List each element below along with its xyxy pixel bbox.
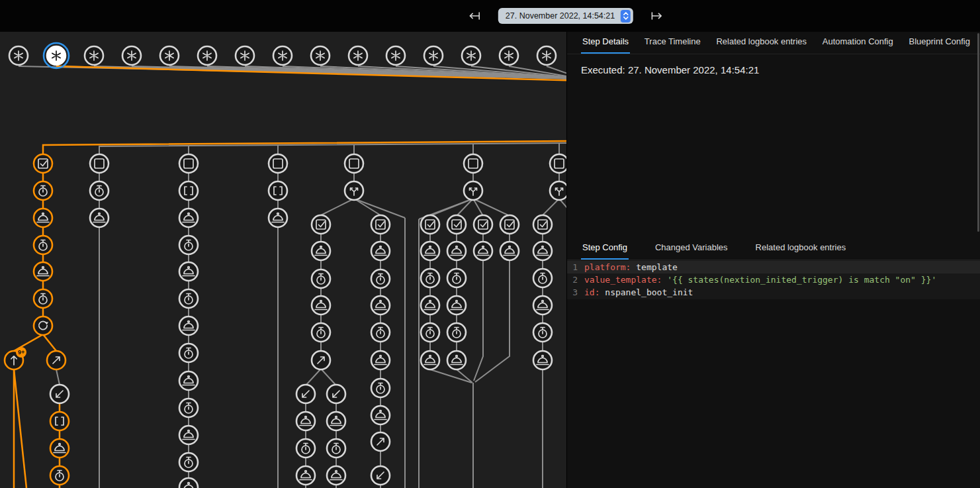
trace-node-arrow-up-right[interactable] xyxy=(47,351,66,369)
trace-node-bell[interactable] xyxy=(421,296,439,315)
trace-node-checkbox-blank[interactable] xyxy=(179,154,198,173)
trace-node-asterisk[interactable] xyxy=(9,46,28,65)
trace-node-bell[interactable] xyxy=(296,466,315,485)
trace-node-asterisk[interactable] xyxy=(500,46,518,65)
trace-node-bell[interactable] xyxy=(371,242,390,260)
trace-node-timer[interactable] xyxy=(447,269,466,287)
trace-node-timer[interactable] xyxy=(421,323,439,342)
trace-node-timer[interactable] xyxy=(179,344,198,362)
trace-node-asterisk[interactable] xyxy=(198,46,216,65)
next-run-button[interactable] xyxy=(648,7,665,24)
trace-node-timer[interactable] xyxy=(34,181,52,200)
trace-node-bell[interactable] xyxy=(533,351,552,369)
trace-node-timer[interactable] xyxy=(179,399,198,417)
trace-node-bell[interactable] xyxy=(447,296,466,315)
trace-node-bell[interactable] xyxy=(327,412,345,430)
tab-blueprint-config[interactable]: Blueprint Config xyxy=(907,36,971,54)
trace-node-bell[interactable] xyxy=(371,296,390,315)
trace-node-timer[interactable] xyxy=(312,323,330,342)
trace-node-checkbox-checked[interactable] xyxy=(421,215,439,234)
trace-node-bell[interactable] xyxy=(371,406,390,424)
trace-node-checkbox-checked[interactable] xyxy=(34,154,52,173)
trace-node-bell[interactable] xyxy=(500,242,519,260)
trace-node-bell[interactable] xyxy=(421,242,439,260)
trace-node-checkbox-checked[interactable] xyxy=(371,215,390,234)
trace-node-timer[interactable] xyxy=(179,289,198,308)
trace-node-bell[interactable] xyxy=(533,242,552,260)
trace-node-asterisk[interactable] xyxy=(386,46,405,65)
trace-node-bell[interactable] xyxy=(90,209,109,227)
trace-node-timer[interactable] xyxy=(179,453,198,471)
trace-node-split[interactable] xyxy=(550,181,566,200)
trace-node-bell[interactable] xyxy=(296,412,315,430)
tab-related-logbook-entries[interactable]: Related logbook entries xyxy=(715,36,808,54)
trace-node-arrow-down-left[interactable] xyxy=(371,466,390,485)
trace-node-asterisk[interactable] xyxy=(236,46,254,65)
trace-node-repeat[interactable] xyxy=(34,317,52,335)
tab-related-logbook-entries[interactable]: Related logbook entries xyxy=(754,242,848,260)
trace-node-split[interactable] xyxy=(345,181,363,200)
trace-node-bell[interactable] xyxy=(34,262,52,281)
trace-node-timer[interactable] xyxy=(371,323,390,342)
tab-changed-variables[interactable]: Changed Variables xyxy=(654,242,729,260)
trace-node-checkbox-checked[interactable] xyxy=(312,215,330,234)
trace-node-asterisk[interactable] xyxy=(160,46,179,65)
trace-node-asterisk[interactable] xyxy=(85,46,103,65)
trace-node-bell[interactable] xyxy=(179,209,198,227)
trace-node-checkbox-blank[interactable] xyxy=(464,154,482,173)
code-editor[interactable]: 1platform: template2value_template: '{{ … xyxy=(567,260,980,299)
trace-node-timer[interactable] xyxy=(90,181,109,200)
tab-step-details[interactable]: Step Details xyxy=(581,36,630,54)
trace-node-asterisk[interactable] xyxy=(311,46,330,65)
trace-node-checkbox-checked[interactable] xyxy=(474,215,492,234)
trace-node-bell[interactable] xyxy=(34,209,52,227)
tab-trace-timeline[interactable]: Trace Timeline xyxy=(643,36,702,54)
trace-node-timer[interactable] xyxy=(327,439,345,458)
trace-node-timer[interactable] xyxy=(312,269,330,288)
trace-node-arrow-up-right[interactable] xyxy=(371,432,390,451)
trace-node-bell[interactable] xyxy=(179,262,198,281)
trace-node-arrow-down-left[interactable] xyxy=(50,385,69,403)
trace-node-checkbox-blank[interactable] xyxy=(90,154,109,173)
trace-node-asterisk[interactable] xyxy=(424,46,443,65)
trace-node-bell[interactable] xyxy=(533,296,552,315)
trace-node-timer[interactable] xyxy=(371,269,390,288)
trace-node-bell[interactable] xyxy=(421,351,439,369)
trace-node-brackets[interactable] xyxy=(179,181,198,200)
previous-run-button[interactable] xyxy=(467,7,484,24)
trace-node-checkbox-blank[interactable] xyxy=(345,154,363,173)
trace-node-checkbox-checked[interactable] xyxy=(533,215,552,234)
trace-node-checkbox-blank[interactable] xyxy=(550,154,566,173)
trace-node-checkbox-checked[interactable] xyxy=(500,215,519,234)
trace-node-bell[interactable] xyxy=(474,242,492,260)
trace-node-arrow-down-left[interactable] xyxy=(296,385,315,403)
trace-node-asterisk[interactable] xyxy=(273,46,292,65)
trace-node-checkbox-checked[interactable] xyxy=(447,215,466,234)
trace-node-checkbox-blank[interactable] xyxy=(269,154,287,173)
trace-node-arrow-up[interactable]: 9+ xyxy=(5,347,26,369)
trace-node-brackets[interactable] xyxy=(50,412,69,430)
scrollbar[interactable] xyxy=(977,33,979,232)
tab-step-config[interactable]: Step Config xyxy=(581,242,629,260)
trace-node-bell[interactable] xyxy=(50,439,69,458)
run-selector[interactable]: 27. November 2022, 14:54:21 xyxy=(498,8,633,24)
trace-node-timer[interactable] xyxy=(34,289,52,308)
tab-automation-config[interactable]: Automation Config xyxy=(821,36,895,54)
trace-node-timer[interactable] xyxy=(296,439,315,458)
trace-node-bell[interactable] xyxy=(327,466,345,485)
trace-node-asterisk[interactable] xyxy=(122,46,141,65)
trace-node-timer[interactable] xyxy=(50,466,69,485)
trace-node-timer[interactable] xyxy=(533,269,552,287)
trace-node-bell[interactable] xyxy=(371,351,390,369)
trace-node-bell[interactable] xyxy=(179,317,198,335)
trace-node-bell[interactable] xyxy=(447,242,466,260)
trace-node-timer[interactable] xyxy=(34,236,52,254)
trace-node-timer[interactable] xyxy=(533,323,552,342)
trace-node-timer[interactable] xyxy=(371,379,390,397)
trace-node-bell[interactable] xyxy=(312,242,330,260)
trace-node-bell[interactable] xyxy=(269,209,287,227)
trace-node-bell[interactable] xyxy=(179,426,198,444)
trace-node-timer[interactable] xyxy=(447,323,466,342)
trace-node-split[interactable] xyxy=(464,181,482,200)
trace-node-timer[interactable] xyxy=(179,236,198,254)
